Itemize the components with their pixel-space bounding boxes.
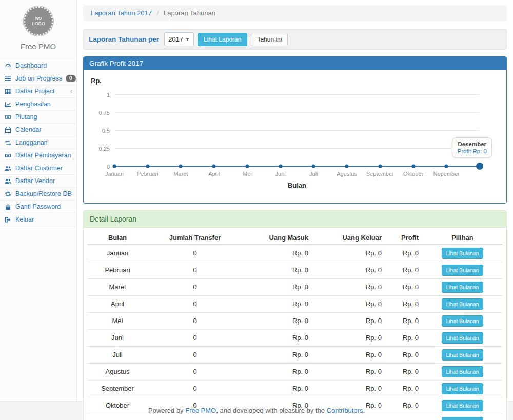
breadcrumb-link[interactable]: Laporan Tahun 2017 bbox=[91, 9, 152, 17]
svg-text:NO: NO bbox=[35, 16, 42, 21]
cell-uang-keluar: Rp. 0 bbox=[312, 364, 386, 381]
gridline: 0.5 bbox=[114, 130, 480, 131]
cell-jumlah-transfer: 0 bbox=[147, 245, 243, 262]
app-window: NO LOGO Free PMO DashboardJob on Progres… bbox=[0, 0, 513, 401]
refresh-icon bbox=[4, 191, 12, 197]
lihat-bulanan-button[interactable]: Lihat Bulanan bbox=[442, 265, 483, 276]
cell-pilihan: Lihat Bulanan bbox=[423, 347, 502, 364]
cell-pilihan: Lihat Bulanan bbox=[423, 381, 502, 397]
cell-uang-keluar: Rp. 0 bbox=[312, 296, 386, 313]
table-row: Januari0Rp. 0Rp. 0Rp. 0Lihat Bulanan bbox=[88, 245, 502, 262]
data-point-oktober[interactable] bbox=[411, 165, 415, 168]
sidebar-item-daftar-project[interactable]: Daftar Project‹ bbox=[0, 85, 76, 97]
line-chart-icon bbox=[4, 101, 12, 108]
cell-pilihan: Lihat Bulanan bbox=[423, 364, 502, 381]
cell-profit: Rp. 0 bbox=[386, 414, 423, 420]
cell-bulan: Juli bbox=[88, 347, 147, 364]
data-point-agustus[interactable] bbox=[345, 165, 349, 168]
cell-uang-keluar: Rp. 0 bbox=[312, 313, 386, 330]
data-point-nopember[interactable] bbox=[445, 165, 448, 168]
sidebar-item-job-on-progress[interactable]: Job on Progress0 bbox=[0, 72, 76, 85]
cell-uang-masuk: Rp. 0 bbox=[243, 313, 312, 330]
cell-jumlah-transfer: 0 bbox=[147, 313, 243, 330]
sidebar-item-daftar-vendor[interactable]: Daftar Vendor bbox=[0, 174, 76, 187]
gridline: 0.75 bbox=[114, 112, 480, 113]
table-row: Agustus0Rp. 0Rp. 0Rp. 0Lihat Bulanan bbox=[88, 364, 502, 381]
lihat-bulanan-button[interactable]: Lihat Bulanan bbox=[442, 282, 483, 293]
sidebar-item-langganan[interactable]: Langganan bbox=[0, 136, 76, 149]
logo-block: NO LOGO Free PMO bbox=[0, 0, 76, 53]
data-point-juli[interactable] bbox=[312, 165, 315, 168]
toolbar-label: Laporan Tahunan per bbox=[89, 35, 159, 43]
tahun-ini-button[interactable]: Tahun ini bbox=[251, 33, 288, 46]
sidebar-item-calendar[interactable]: Calendar bbox=[0, 123, 76, 136]
sidebar-item-label: Ganti Password bbox=[15, 203, 61, 210]
lihat-laporan-button[interactable]: Lihat Laporan bbox=[198, 33, 247, 46]
header-uang-masuk: Uang Masuk bbox=[243, 232, 312, 245]
sidebar-item-ganti-password[interactable]: Ganti Password bbox=[0, 200, 76, 213]
lihat-bulanan-button[interactable]: Lihat Bulanan bbox=[442, 298, 483, 310]
cell-pilihan: Lihat Bulanan bbox=[423, 262, 502, 279]
cell-profit: Rp. 0 bbox=[386, 313, 423, 330]
cell-jumlah-transfer: 0 bbox=[147, 381, 243, 397]
cell-pilihan: Lihat Bulanan bbox=[423, 245, 502, 262]
profit-series-line bbox=[114, 166, 480, 167]
cell-bulan: Januari bbox=[88, 245, 147, 262]
data-point-maret[interactable] bbox=[179, 165, 183, 168]
contributors-link[interactable]: Contributors bbox=[327, 407, 363, 414]
cell-pilihan: Lihat Bulanan bbox=[423, 313, 502, 330]
sidebar-item-label: Langganan bbox=[15, 139, 48, 146]
x-tick-label: Pebruari bbox=[137, 171, 159, 177]
lihat-bulanan-button[interactable]: Lihat Bulanan bbox=[442, 400, 483, 411]
sidebar-menu: DashboardJob on Progress0Daftar Project‹… bbox=[0, 59, 76, 226]
lihat-bulanan-button[interactable]: Lihat Bulanan bbox=[442, 349, 483, 361]
cell-profit: Rp. 0 bbox=[386, 364, 423, 381]
chart-plot-area: 10.750.50.250JanuariPebruariMaretAprilMe… bbox=[114, 94, 480, 166]
cell-uang-masuk: Rp. 0 bbox=[243, 262, 312, 279]
cell-bulan: September bbox=[88, 381, 147, 397]
data-point-september[interactable] bbox=[378, 165, 382, 168]
data-point-juni[interactable] bbox=[279, 165, 282, 168]
table-row: September0Rp. 0Rp. 0Rp. 0Lihat Bulanan bbox=[88, 381, 502, 397]
data-point-desember[interactable] bbox=[476, 163, 483, 170]
sidebar-item-dashboard[interactable]: Dashboard bbox=[0, 59, 76, 72]
sidebar-item-label: Keluar bbox=[15, 216, 34, 223]
year-select-value: 2017 bbox=[168, 35, 183, 43]
tasks-icon bbox=[4, 75, 12, 82]
data-point-januari[interactable] bbox=[113, 165, 116, 168]
sidebar-item-daftar-pembayaran[interactable]: Daftar Pembayaran bbox=[0, 149, 76, 162]
svg-text:LOGO: LOGO bbox=[32, 21, 45, 26]
year-select[interactable]: 2017 ▼ bbox=[164, 32, 194, 46]
cell-uang-masuk: Rp. 0 bbox=[243, 245, 312, 262]
free-pmo-link[interactable]: Free PMO bbox=[185, 407, 216, 414]
header-jumlah-transfer: Jumlah Transfer bbox=[147, 232, 243, 245]
y-tick-label: 1 bbox=[107, 92, 110, 98]
lihat-bulanan-button[interactable]: Lihat Bulanan bbox=[442, 417, 483, 420]
money-icon bbox=[4, 114, 12, 121]
data-point-april[interactable] bbox=[212, 165, 216, 168]
cell-uang-keluar: Rp. 0 bbox=[312, 245, 386, 262]
lihat-bulanan-button[interactable]: Lihat Bulanan bbox=[442, 366, 483, 377]
sidebar-item-penghasilan[interactable]: Penghasilan bbox=[0, 97, 76, 110]
sidebar-item-daftar-customer[interactable]: Daftar Customer bbox=[0, 162, 76, 174]
data-point-pebruari[interactable] bbox=[146, 165, 149, 168]
chevron-left-icon: ‹ bbox=[70, 89, 72, 94]
main-content: Laporan Tahun 2017 / Laporan Tahunan Lap… bbox=[77, 0, 513, 401]
cell-pilihan: Lihat Bulanan bbox=[423, 414, 502, 420]
data-point-mei[interactable] bbox=[245, 165, 249, 168]
sidebar-item-label: Job on Progress bbox=[15, 75, 62, 82]
cell-profit: Rp. 0 bbox=[386, 245, 423, 262]
profit-chart: Rp. 10.750.50.250JanuariPebruariMaretApr… bbox=[90, 75, 500, 198]
gridline: 0.25 bbox=[114, 148, 480, 149]
lihat-bulanan-button[interactable]: Lihat Bulanan bbox=[442, 248, 483, 259]
tooltip-title: Desember bbox=[457, 141, 487, 147]
lihat-bulanan-button[interactable]: Lihat Bulanan bbox=[442, 383, 483, 394]
sidebar-item-keluar[interactable]: Keluar bbox=[0, 213, 76, 226]
gridline: 1 bbox=[114, 94, 480, 95]
table-row: April0Rp. 0Rp. 0Rp. 0Lihat Bulanan bbox=[88, 296, 502, 313]
lihat-bulanan-button[interactable]: Lihat Bulanan bbox=[442, 332, 483, 344]
table-row: Pebruari0Rp. 0Rp. 0Rp. 0Lihat Bulanan bbox=[88, 262, 502, 279]
sidebar-item-piutang[interactable]: Piutang bbox=[0, 110, 76, 123]
sidebar-item-backup-restore-db[interactable]: Backup/Restore DB bbox=[0, 187, 76, 200]
lihat-bulanan-button[interactable]: Lihat Bulanan bbox=[442, 315, 483, 327]
